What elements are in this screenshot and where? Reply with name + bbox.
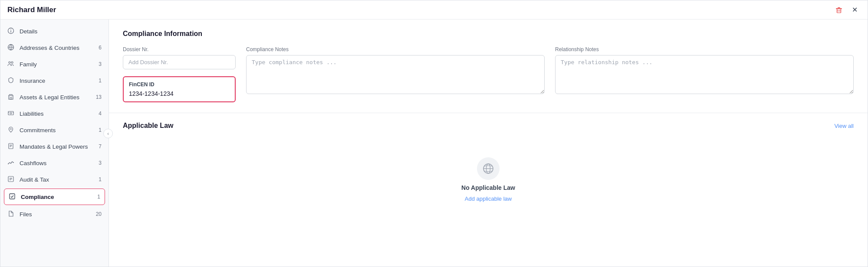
sidebar: ‹ Details: [0, 20, 109, 267]
fincen-box: FinCEN ID 1234-1234-1234: [123, 76, 236, 102]
svg-rect-29: [10, 194, 15, 199]
relationship-notes-field: Relationship Notes: [555, 46, 854, 94]
compliance-notes-label: Compliance Notes: [246, 46, 545, 52]
empty-state: No Applicable Law Add applicable law: [123, 140, 854, 219]
empty-title: No Applicable Law: [461, 184, 515, 191]
compliance-section: Compliance Information Dossier Nr. FinCE…: [109, 20, 868, 113]
files-icon: [7, 210, 15, 218]
sidebar-badge: 1: [99, 127, 102, 133]
empty-icon: [477, 157, 500, 180]
sidebar-badge: 7: [99, 143, 102, 150]
main-content: Compliance Information Dossier Nr. FinCE…: [109, 20, 868, 267]
sidebar-item-label: Addresses & Countries: [20, 45, 99, 51]
sidebar-item-audit[interactable]: Audit & Tax 1: [0, 171, 108, 188]
mandates-icon: [7, 143, 15, 150]
sidebar-item-assets[interactable]: Assets & Legal Entities 13: [0, 89, 108, 105]
sidebar-item-liabilities[interactable]: Liabilities 4: [0, 105, 108, 122]
sidebar-item-commitments[interactable]: Commitments 1: [0, 122, 108, 138]
svg-point-24: [13, 162, 14, 163]
sidebar-item-insurance[interactable]: Insurance 1: [0, 72, 108, 89]
view-all-link[interactable]: View all: [834, 123, 854, 129]
sidebar-item-label: Mandates & Legal Powers: [20, 143, 99, 150]
compliance-notes-field: Compliance Notes: [246, 46, 545, 94]
compliance-icon: [9, 193, 16, 201]
svg-rect-14: [8, 111, 13, 115]
sidebar-badge: 1: [99, 176, 102, 182]
sidebar-item-mandates[interactable]: Mandates & Legal Powers 7: [0, 138, 108, 155]
sidebar-badge: 3: [99, 61, 102, 67]
sidebar-item-details[interactable]: Details: [0, 23, 108, 39]
dossier-field: Dossier Nr.: [123, 46, 236, 69]
sidebar-item-label: Liabilities: [20, 111, 99, 117]
liabilities-icon: [7, 110, 15, 117]
fields-row: Dossier Nr. FinCEN ID 1234-1234-1234 Com…: [123, 46, 854, 102]
sidebar-item-label: Details: [20, 28, 102, 35]
sidebar-item-label: Compliance: [21, 194, 97, 200]
sidebar-item-label: Audit & Tax: [20, 176, 99, 183]
building-icon: [7, 93, 15, 101]
details-icon: [7, 27, 15, 35]
audit-icon: [7, 176, 15, 183]
compliance-notes-textarea[interactable]: [246, 55, 545, 94]
svg-rect-11: [10, 98, 12, 99]
sidebar-badge: 20: [96, 211, 102, 217]
law-section-title: Applicable Law: [123, 122, 173, 130]
svg-point-18: [10, 128, 12, 130]
sidebar-badge: 1: [97, 194, 100, 200]
relationship-notes-textarea[interactable]: [555, 55, 854, 94]
add-applicable-law-link[interactable]: Add applicable law: [465, 195, 512, 202]
chevron-left-icon: ‹: [107, 131, 109, 136]
sidebar-item-label: Cashflows: [20, 160, 99, 166]
sidebar-item-files[interactable]: Files 20: [0, 206, 108, 222]
sidebar-badge: 4: [99, 111, 102, 117]
sidebar-item-label: Commitments: [20, 127, 99, 134]
applicable-law-section: Applicable Law View all No Applicable: [109, 113, 868, 233]
shield-icon: [7, 77, 15, 85]
sidebar-badge: 6: [99, 45, 102, 51]
fincen-value: 1234-1234-1234: [129, 90, 230, 97]
svg-point-23: [8, 163, 9, 164]
family-icon: [7, 60, 15, 68]
sidebar-item-compliance[interactable]: Compliance 1: [4, 189, 105, 205]
title-bar: Richard Miller ✕: [0, 0, 868, 20]
main-layout: ‹ Details: [0, 20, 868, 267]
sidebar-item-label: Family: [20, 61, 99, 68]
sidebar-item-label: Assets & Legal Entities: [20, 94, 96, 101]
app-window: Richard Miller ✕ ‹: [0, 0, 868, 267]
svg-point-5: [10, 29, 11, 30]
svg-point-8: [9, 62, 10, 63]
sidebar-badge: 1: [99, 78, 102, 84]
compliance-section-title: Compliance Information: [123, 30, 854, 38]
close-button[interactable]: ✕: [848, 4, 861, 16]
relationship-notes-label: Relationship Notes: [555, 46, 854, 52]
sidebar-item-cashflows[interactable]: Cashflows 3: [0, 155, 108, 171]
globe-icon: [7, 44, 15, 52]
dossier-label: Dossier Nr.: [123, 46, 236, 52]
sidebar-item-label: Files: [20, 211, 96, 218]
delete-button[interactable]: [833, 4, 845, 16]
sidebar-badge: 13: [96, 94, 102, 100]
sidebar-item-addresses[interactable]: Addresses & Countries 6: [0, 39, 108, 56]
cashflows-icon: [7, 159, 15, 167]
sidebar-item-family[interactable]: Family 3: [0, 56, 108, 72]
dossier-input[interactable]: [123, 55, 236, 69]
sidebar-badge: 3: [99, 160, 102, 166]
fincen-label: FinCEN ID: [129, 81, 230, 88]
window-title: Richard Miller: [7, 6, 56, 14]
law-section-header: Applicable Law View all: [123, 122, 854, 130]
title-bar-actions: ✕: [833, 4, 861, 16]
svg-point-15: [10, 112, 12, 114]
svg-point-9: [11, 62, 13, 63]
sidebar-item-label: Insurance: [20, 78, 99, 84]
commitments-icon: [7, 126, 15, 134]
